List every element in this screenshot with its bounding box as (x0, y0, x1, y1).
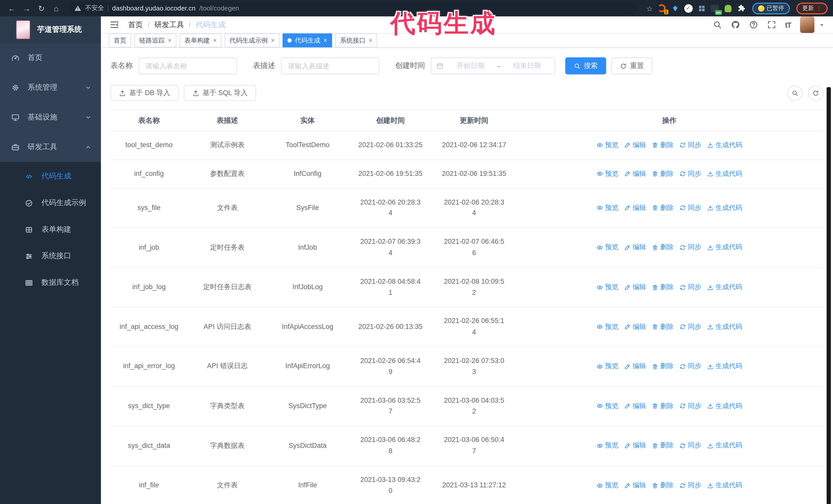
extension-on-icon[interactable]: on (710, 4, 719, 13)
action-generate-link[interactable]: 生成代码 (707, 362, 742, 371)
action-sync-link[interactable]: 同步 (680, 169, 701, 178)
action-preview-link[interactable]: 预览 (597, 322, 618, 331)
tab-0[interactable]: 首页 (109, 33, 131, 47)
sidebar-subitem-2[interactable]: 表单构建 (0, 216, 101, 243)
vertical-scrollbar[interactable] (827, 87, 831, 504)
extension-android-icon[interactable] (723, 4, 733, 13)
extension-gem-icon[interactable] (670, 4, 680, 13)
github-icon[interactable] (731, 20, 740, 29)
action-sync-link[interactable]: 同步 (680, 203, 701, 213)
sidebar-item-3[interactable]: 研发工具 (0, 132, 101, 162)
extension-puzzle-icon[interactable] (737, 4, 746, 13)
action-sync-link[interactable]: 同步 (680, 141, 701, 150)
breadcrumb-home[interactable]: 首页 (128, 20, 143, 29)
tab-3[interactable]: 代码生成示例× (225, 33, 280, 47)
sidebar-item-1[interactable]: 系统管理 (0, 73, 101, 102)
action-edit-link[interactable]: 编辑 (624, 322, 646, 331)
close-tab-icon[interactable]: × (271, 37, 275, 44)
action-sync-link[interactable]: 同步 (680, 481, 701, 490)
action-edit-link[interactable]: 编辑 (624, 169, 646, 178)
action-sync-link[interactable]: 同步 (680, 402, 701, 411)
action-generate-link[interactable]: 生成代码 (707, 481, 742, 490)
sidebar-item-2[interactable]: 基础设施 (0, 102, 101, 132)
search-button[interactable]: 搜索 (565, 57, 606, 74)
reset-button[interactable]: 重置 (612, 57, 652, 74)
browser-home-icon[interactable]: ⌂ (50, 0, 63, 17)
sidebar-subitem-1[interactable]: 代码生成示例 (0, 190, 101, 216)
action-sync-link[interactable]: 同步 (680, 441, 701, 450)
tab-5[interactable]: 系统接口× (335, 33, 377, 47)
action-generate-link[interactable]: 生成代码 (707, 203, 742, 213)
toggle-search-button[interactable] (787, 86, 803, 101)
action-sync-link[interactable]: 同步 (680, 362, 701, 371)
extension-grid-icon[interactable] (697, 4, 706, 13)
sidebar-subitem-3[interactable]: 系统接口 (0, 243, 101, 269)
browser-reload-icon[interactable]: ↻ (35, 0, 48, 17)
date-end-placeholder[interactable]: 结束日期 (504, 61, 550, 71)
action-delete-link[interactable]: 删除 (652, 169, 673, 178)
update-button[interactable]: 更新 ⋮ (796, 2, 828, 14)
action-delete-link[interactable]: 删除 (652, 141, 673, 150)
action-delete-link[interactable]: 删除 (652, 243, 673, 252)
address-bar[interactable]: 不安全 dashboard.yudao.iocoder.cn/tool/code… (68, 2, 638, 15)
action-preview-link[interactable]: 预览 (597, 481, 618, 490)
action-preview-link[interactable]: 预览 (597, 169, 618, 178)
paused-pill-button[interactable]: 已暂停 (752, 2, 790, 14)
hamburger-icon[interactable] (110, 20, 119, 30)
action-delete-link[interactable]: 删除 (652, 402, 673, 411)
date-range-picker[interactable]: 开始日期 - 结束日期 (431, 57, 555, 74)
action-sync-link[interactable]: 同步 (680, 322, 701, 331)
close-tab-icon[interactable]: × (168, 37, 172, 44)
import-db-button[interactable]: 基于 DB 导入 (111, 85, 178, 101)
tab-1[interactable]: 链路追踪× (134, 33, 176, 47)
browser-forward-icon[interactable]: → (20, 0, 33, 17)
action-edit-link[interactable]: 编辑 (624, 402, 646, 411)
action-delete-link[interactable]: 删除 (652, 441, 673, 450)
action-delete-link[interactable]: 删除 (652, 283, 673, 292)
action-generate-link[interactable]: 生成代码 (707, 441, 742, 450)
action-preview-link[interactable]: 预览 (597, 203, 618, 213)
action-preview-link[interactable]: 预览 (597, 362, 618, 371)
action-delete-link[interactable]: 删除 (652, 481, 673, 490)
font-size-icon[interactable]: tT (785, 21, 791, 29)
table-desc-input[interactable] (281, 57, 379, 74)
tab-4[interactable]: 代码生成× (283, 33, 332, 47)
table-name-input[interactable] (139, 57, 237, 74)
avatar-caret-icon[interactable] (819, 22, 825, 27)
import-sql-button[interactable]: 基于 SQL 导入 (184, 85, 256, 101)
action-edit-link[interactable]: 编辑 (624, 203, 646, 213)
action-preview-link[interactable]: 预览 (597, 243, 618, 252)
help-icon[interactable] (749, 20, 758, 29)
action-preview-link[interactable]: 预览 (597, 402, 618, 411)
action-edit-link[interactable]: 编辑 (624, 362, 646, 371)
app-logo-row[interactable]: 芋道管理系统 (0, 17, 101, 43)
action-preview-link[interactable]: 预览 (597, 441, 618, 450)
header-search-icon[interactable] (713, 20, 722, 29)
action-generate-link[interactable]: 生成代码 (707, 141, 742, 150)
action-generate-link[interactable]: 生成代码 (707, 402, 742, 411)
kebab-menu-icon[interactable]: ⋮ (816, 6, 822, 11)
tab-2[interactable]: 表单构建× (180, 33, 222, 47)
action-edit-link[interactable]: 编辑 (624, 243, 646, 252)
action-edit-link[interactable]: 编辑 (624, 283, 646, 292)
action-sync-link[interactable]: 同步 (680, 243, 701, 252)
action-sync-link[interactable]: 同步 (680, 283, 701, 292)
close-tab-icon[interactable]: × (369, 37, 373, 44)
fullscreen-icon[interactable] (767, 20, 776, 29)
action-generate-link[interactable]: 生成代码 (707, 243, 742, 252)
bookmark-star-icon[interactable]: ☆ (646, 4, 653, 13)
close-tab-icon[interactable]: × (213, 37, 217, 44)
action-delete-link[interactable]: 删除 (652, 203, 673, 213)
action-edit-link[interactable]: 编辑 (624, 481, 646, 490)
date-start-placeholder[interactable]: 开始日期 (448, 61, 493, 71)
action-generate-link[interactable]: 生成代码 (707, 322, 742, 331)
browser-back-icon[interactable]: ← (5, 0, 18, 17)
action-generate-link[interactable]: 生成代码 (707, 169, 742, 178)
action-generate-link[interactable]: 生成代码 (707, 283, 742, 292)
breadcrumb-dev-tools[interactable]: 研发工具 (154, 20, 184, 29)
avatar[interactable] (800, 17, 814, 33)
action-delete-link[interactable]: 删除 (652, 322, 673, 331)
action-preview-link[interactable]: 预览 (597, 283, 618, 292)
action-edit-link[interactable]: 编辑 (624, 441, 646, 450)
action-delete-link[interactable]: 删除 (652, 362, 673, 371)
